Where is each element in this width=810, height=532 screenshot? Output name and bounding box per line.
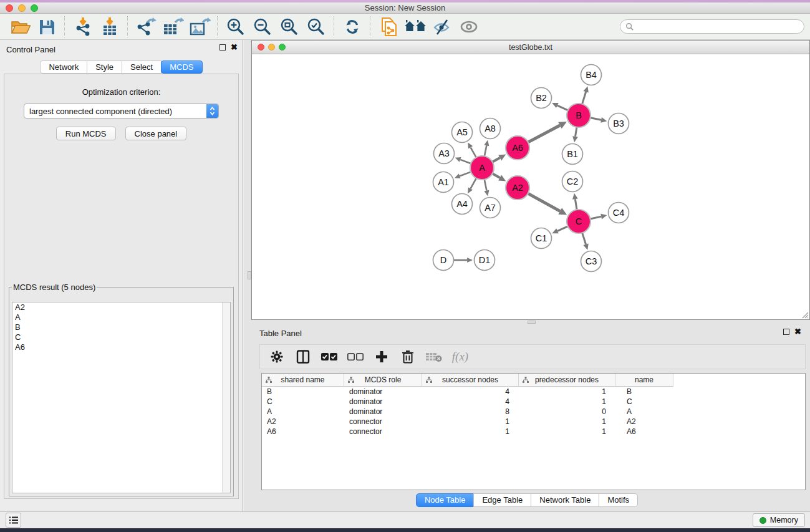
network-node-D[interactable]: D	[433, 250, 454, 271]
tab-mcds[interactable]: MCDS	[161, 60, 202, 74]
network-node-B3[interactable]: B3	[609, 114, 629, 134]
eye-icon[interactable]	[455, 15, 482, 39]
save-icon[interactable]	[33, 15, 60, 39]
network-edge-C-C1[interactable]	[552, 226, 567, 234]
network-edge-A-A2[interactable]	[493, 173, 506, 181]
network-edge-D-D1[interactable]	[454, 258, 473, 263]
delete-column-icon[interactable]	[396, 346, 420, 367]
network-node-C2[interactable]: C2	[562, 172, 583, 192]
network-edge-B-B3[interactable]	[591, 117, 607, 123]
network-node-A4[interactable]: A4	[452, 194, 473, 215]
export-image-icon[interactable]	[186, 15, 213, 39]
network-edge-A-A5[interactable]	[468, 143, 476, 158]
criterion-dropdown[interactable]: largest connected component (directed)	[24, 104, 219, 118]
table-row[interactable]: Bdominator41B	[262, 387, 805, 397]
network-edge-C-C3[interactable]	[582, 233, 589, 250]
network-node-C[interactable]: C	[567, 210, 591, 233]
zoom-in-icon[interactable]	[222, 15, 249, 39]
memory-button[interactable]: Memory	[753, 513, 805, 527]
settings-gear-icon[interactable]	[265, 346, 289, 367]
network-window-titlebar[interactable]: testGlobe.txt	[252, 41, 809, 54]
network-node-C1[interactable]: C1	[531, 228, 552, 249]
network-node-A8[interactable]: A8	[480, 118, 501, 139]
open-folder-icon[interactable]	[6, 15, 33, 39]
node-table[interactable]: shared nameMCDS rolesuccessor nodesprede…	[261, 373, 806, 490]
network-edge-C-C4[interactable]	[591, 214, 607, 220]
network-node-A5[interactable]: A5	[452, 122, 473, 143]
network-node-A3[interactable]: A3	[434, 143, 455, 164]
table-row[interactable]: Adominator80A	[262, 407, 805, 417]
export-table-icon[interactable]	[159, 15, 186, 39]
network-node-B[interactable]: B	[567, 104, 591, 127]
deselect-all-icon[interactable]	[344, 346, 367, 367]
import-table-icon[interactable]	[96, 15, 123, 39]
network-node-B4[interactable]: B4	[581, 65, 602, 85]
network-edge-A-A6[interactable]	[493, 155, 506, 162]
network-edge-A-A1[interactable]	[455, 172, 471, 179]
toggle-eye-icon[interactable]	[428, 15, 455, 39]
zoom-out-icon[interactable]	[249, 15, 276, 39]
column-header-shared-name[interactable]: shared name	[262, 374, 344, 387]
tab-motifs[interactable]: Motifs	[599, 493, 638, 507]
close-panel-icon[interactable]: ✖	[231, 44, 238, 51]
network-edge-A2-C[interactable]	[528, 193, 567, 215]
toggle-columns-icon[interactable]	[291, 346, 315, 367]
close-panel-button[interactable]: Close panel	[125, 127, 187, 140]
network-canvas[interactable]: B4B2BB3B1A5A8A6A3AA1A2A4A7C2CC4C1C3DD1	[252, 54, 809, 319]
network-edge-B-B4[interactable]	[582, 86, 589, 104]
table-row[interactable]: A6connector11A6	[262, 427, 805, 437]
delete-table-icon[interactable]	[422, 346, 446, 367]
network-node-C4[interactable]: C4	[609, 203, 629, 223]
tab-style[interactable]: Style	[87, 60, 122, 74]
search-input[interactable]	[637, 22, 799, 31]
float-panel-icon[interactable]	[219, 44, 226, 51]
result-item[interactable]: A2	[12, 302, 230, 312]
zoom-selected-icon[interactable]	[302, 15, 329, 39]
column-header-predecessor-nodes[interactable]: predecessor nodes	[519, 374, 615, 387]
network-node-A6[interactable]: A6	[506, 136, 529, 160]
result-list-scrollbar[interactable]	[222, 302, 230, 493]
task-history-button[interactable]	[6, 513, 21, 528]
column-header-MCDS-role[interactable]: MCDS role	[344, 374, 422, 387]
network-node-D1[interactable]: D1	[475, 250, 495, 271]
function-builder-icon[interactable]: f(x)	[448, 346, 472, 367]
column-header-name[interactable]: name	[615, 374, 673, 387]
result-item[interactable]: C	[12, 332, 230, 342]
add-column-icon[interactable]	[370, 346, 393, 367]
network-node-A[interactable]: A	[470, 156, 494, 180]
zoom-fit-icon[interactable]	[276, 15, 302, 39]
network-edge-A-A7[interactable]	[484, 180, 489, 196]
network-edge-B-B2[interactable]	[552, 103, 568, 110]
network-edge-A-A3[interactable]	[455, 157, 471, 163]
table-row[interactable]: Cdominator41C	[262, 397, 805, 407]
document-network-icon[interactable]	[375, 15, 402, 39]
tab-network[interactable]: Network	[40, 60, 87, 74]
houses-icon[interactable]	[402, 15, 428, 39]
result-item[interactable]: A	[12, 312, 230, 322]
result-item[interactable]: A6	[12, 342, 230, 352]
horizontal-split-handle[interactable]	[528, 321, 536, 324]
tab-node-table[interactable]: Node Table	[416, 493, 475, 507]
result-item[interactable]: B	[12, 322, 230, 332]
search-field[interactable]	[620, 19, 804, 34]
network-node-A2[interactable]: A2	[506, 176, 529, 200]
network-edge-B-B1[interactable]	[572, 127, 578, 142]
import-network-icon[interactable]	[69, 15, 96, 39]
table-row[interactable]: A2connector11A2	[262, 417, 805, 427]
tab-edge-table[interactable]: Edge Table	[473, 493, 531, 507]
tab-network-table[interactable]: Network Table	[531, 493, 599, 507]
mcds-result-list[interactable]: A2ABCA6	[12, 302, 231, 493]
network-edge-A6-B[interactable]	[528, 122, 567, 142]
network-node-A1[interactable]: A1	[433, 172, 454, 193]
run-mcds-button[interactable]: Run MCDS	[56, 127, 116, 140]
network-edge-A-A4[interactable]	[468, 178, 476, 194]
network-node-C3[interactable]: C3	[581, 251, 602, 272]
float-table-panel-icon[interactable]	[783, 329, 789, 335]
network-node-A7[interactable]: A7	[480, 198, 501, 218]
network-node-B2[interactable]: B2	[531, 88, 552, 109]
vertical-split-handle[interactable]	[248, 271, 251, 279]
network-node-B1[interactable]: B1	[562, 144, 583, 165]
export-network-icon[interactable]	[132, 15, 159, 39]
column-header-successor-nodes[interactable]: successor nodes	[422, 374, 519, 387]
tab-select[interactable]: Select	[122, 60, 162, 74]
